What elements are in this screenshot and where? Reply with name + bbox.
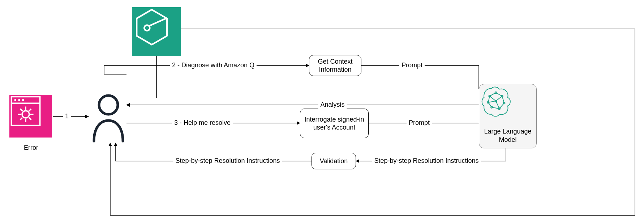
node-llm-label: Large Language Model [483, 127, 533, 144]
svg-line-36 [488, 101, 496, 102]
svg-line-26 [490, 93, 496, 96]
svg-line-30 [492, 107, 499, 109]
svg-line-29 [499, 103, 504, 109]
svg-line-12 [20, 118, 22, 120]
svg-point-17 [99, 96, 118, 114]
label-prompt-1: Prompt [399, 62, 425, 69]
node-validation-label: Validation [320, 157, 348, 165]
brain-icon [479, 84, 514, 119]
hexagon-icon [132, 7, 172, 47]
label-resolution-left: Step-by-step Resolution Instructions [173, 157, 282, 165]
svg-line-16 [149, 18, 166, 26]
label-resolution-right: Step-by-step Resolution Instructions [372, 157, 481, 165]
label-prompt-2: Prompt [407, 119, 432, 127]
svg-point-15 [144, 25, 150, 31]
svg-line-10 [20, 109, 22, 111]
svg-point-3 [18, 99, 20, 101]
node-interrogate-label: Interrogate signed-in user's Account [304, 115, 365, 132]
svg-point-5 [22, 111, 29, 118]
label-diagnose: 2 - Diagnose with Amazon Q [170, 62, 257, 69]
svg-line-11 [29, 109, 31, 111]
service-tile [132, 7, 181, 56]
label-analysis: Analysis [318, 101, 347, 109]
svg-line-31 [488, 102, 492, 107]
svg-line-33 [490, 96, 496, 101]
svg-line-35 [496, 101, 499, 109]
svg-line-28 [502, 96, 504, 103]
node-llm: Large Language Model [479, 84, 537, 148]
label-1: 1 [63, 113, 71, 121]
svg-marker-14 [137, 10, 167, 45]
diagram-canvas: Error Get Context Information Interrogat… [0, 0, 644, 224]
svg-line-27 [496, 93, 502, 96]
node-get-context-label: Get Context Information [313, 58, 357, 74]
svg-point-4 [22, 99, 24, 101]
error-tile [9, 95, 52, 138]
svg-line-34 [496, 96, 502, 101]
node-validation: Validation [312, 153, 356, 169]
svg-line-13 [29, 118, 31, 120]
node-get-context: Get Context Information [309, 55, 361, 76]
gear-window-icon [9, 95, 42, 127]
label-help-resolve: 3 - Help me resolve [172, 119, 233, 127]
svg-point-2 [14, 99, 16, 101]
node-interrogate: Interrogate signed-in user's Account [300, 109, 369, 138]
error-label: Error [24, 144, 38, 152]
